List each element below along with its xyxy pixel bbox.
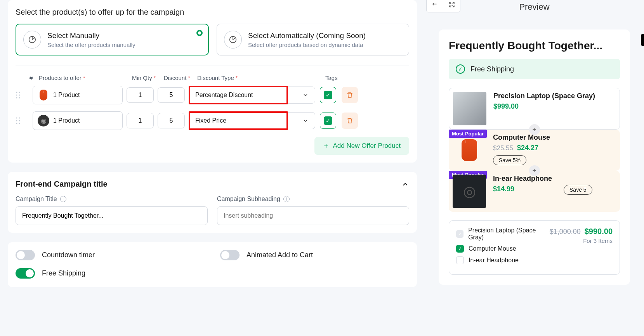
check-circle-icon: ✓	[456, 64, 465, 74]
products-table: # Products to offer* Min Qty* Discount* …	[16, 74, 409, 155]
summary-item-label: In-ear Headphone	[469, 257, 519, 264]
product-price: $999.00	[493, 102, 595, 111]
save-badge: Save 5	[564, 185, 592, 195]
collapse-button[interactable]	[401, 180, 409, 188]
info-icon: i	[60, 196, 66, 202]
checkbox-icon[interactable]	[456, 256, 464, 264]
col-type: Discount Type	[197, 74, 234, 81]
minqty-input[interactable]	[127, 87, 154, 103]
svg-point-8	[16, 118, 17, 119]
drag-handle-icon[interactable]	[16, 91, 30, 99]
discount-type-select[interactable]: Percentage Discount	[189, 87, 315, 104]
preview-heading: Frequently Bought Together...	[449, 40, 620, 52]
summary-item[interactable]: In-ear Headphone	[456, 256, 550, 264]
summary-for-items: For 3 Items	[550, 237, 613, 244]
add-offer-product-button[interactable]: Add New Offer Product	[314, 137, 410, 155]
card-title: Select Manually	[47, 31, 135, 40]
drag-handle-icon[interactable]	[16, 117, 30, 125]
product-price: $24.27	[517, 144, 538, 152]
summary-item-label: Computer Mouse	[469, 245, 516, 252]
headphone-thumb-icon: ◉	[38, 115, 49, 126]
discount-type-select[interactable]: Fixed Price	[189, 112, 315, 129]
free-shipping-banner: ✓ Free Shipping	[449, 59, 620, 79]
checkbox-icon[interactable]: ✓	[456, 245, 464, 253]
card-subtitle: Select offer products based on dynamic d…	[248, 42, 366, 48]
col-discount: Discount	[164, 74, 186, 81]
summary-card: ✓ Precision Laptop (Space Gray) ✓ Comput…	[449, 220, 620, 275]
svg-point-9	[19, 118, 20, 119]
tag-check-button[interactable]: ✓	[320, 113, 336, 129]
corner-arrow-icon	[431, 1, 438, 8]
preview-product-card: Most Popular ◎ In-ear Headphone $14.99 S…	[449, 171, 620, 212]
select-automatically-card[interactable]: Select Automatically (Coming Soon) Selec…	[217, 24, 409, 55]
clock-slice-icon	[224, 31, 242, 48]
clock-slice-icon	[23, 31, 41, 48]
freeship-label: Free Shipping	[42, 269, 85, 277]
product-select-input[interactable]: ◉ 1 Product	[33, 111, 123, 130]
free-shipping-toggle[interactable]	[16, 268, 35, 279]
summary-item[interactable]: ✓ Precision Laptop (Space Gray)	[456, 227, 550, 241]
animated-label: Animated Add to Cart	[246, 251, 313, 259]
offer-products-section: Select the product(s) to offer up for th…	[8, 0, 417, 163]
divider	[16, 66, 409, 66]
discount-input[interactable]	[158, 113, 185, 128]
product-image	[453, 92, 486, 125]
svg-point-10	[16, 120, 17, 121]
svg-point-3	[19, 92, 20, 93]
checkbox-icon[interactable]: ✓	[456, 230, 463, 238]
preview-expand-button[interactable]	[443, 0, 460, 12]
svg-point-6	[16, 97, 17, 99]
svg-point-12	[16, 123, 17, 124]
svg-point-11	[19, 120, 20, 121]
plus-connector-icon: +	[529, 124, 540, 135]
delete-row-button[interactable]	[342, 113, 358, 129]
minqty-input[interactable]	[127, 113, 154, 128]
toggles-section: Countdown timer Animated Add to Cart Fre…	[8, 242, 417, 287]
campaign-title-label: Campaign Title	[16, 196, 57, 203]
delete-row-button[interactable]	[342, 87, 358, 103]
animated-cart-toggle[interactable]	[220, 250, 240, 260]
radio-selected-icon	[196, 30, 203, 36]
product-image	[453, 133, 486, 167]
product-row: 1 Product Percentage Discount ✓	[16, 86, 409, 104]
mouse-thumb-icon	[40, 90, 47, 100]
countdown-label: Countdown timer	[42, 251, 95, 259]
col-minqty: Min Qty	[132, 74, 152, 81]
product-select-input[interactable]: 1 Product	[33, 86, 123, 104]
info-icon: i	[283, 196, 290, 202]
countdown-toggle[interactable]	[16, 250, 35, 260]
summary-item[interactable]: ✓ Computer Mouse	[456, 245, 550, 253]
svg-point-2	[16, 92, 17, 93]
product-price: $14.99	[493, 185, 552, 193]
campaign-subheading-label: Campaign Subheading	[217, 196, 280, 203]
product-name: Precision Laptop (Space Gray)	[493, 92, 595, 100]
campaign-title-input[interactable]	[16, 206, 208, 225]
summary-item-label: Precision Laptop (Space Gray)	[468, 227, 549, 241]
svg-point-13	[19, 123, 20, 124]
col-hash: #	[30, 74, 36, 81]
product-image: ◎	[453, 175, 486, 208]
discount-type-value: Fixed Price	[195, 117, 226, 124]
frontend-title-section: Front-end Campaign title Campaign Titlei…	[8, 172, 417, 233]
summary-new-total: $990.00	[585, 227, 613, 236]
expand-icon	[448, 1, 455, 8]
chevron-up-icon	[401, 180, 409, 188]
add-btn-label: Add New Offer Product	[333, 142, 401, 150]
plus-icon	[323, 143, 329, 149]
close-button[interactable]	[641, 34, 644, 46]
save-badge: Save 5%	[493, 155, 526, 165]
section-title: Front-end Campaign title	[16, 180, 108, 189]
col-tags: Tags	[325, 74, 347, 81]
preview-product-card: Most Popular Computer Mouse $25.55$24.27…	[449, 130, 620, 171]
tag-check-button[interactable]: ✓	[320, 87, 336, 103]
discount-input[interactable]	[158, 87, 185, 103]
card-subtitle: Select the offer products manually	[47, 42, 135, 48]
preview-back-button[interactable]	[426, 0, 443, 12]
product-label: 1 Product	[53, 92, 80, 99]
summary-old-total: $1,000.00	[550, 228, 581, 236]
campaign-subheading-input[interactable]	[217, 206, 409, 225]
product-old-price: $25.55	[493, 144, 513, 152]
select-manually-card[interactable]: Select Manually Select the offer product…	[16, 24, 209, 55]
free-shipping-text: Free Shipping	[470, 65, 514, 73]
plus-connector-icon: +	[529, 165, 540, 176]
